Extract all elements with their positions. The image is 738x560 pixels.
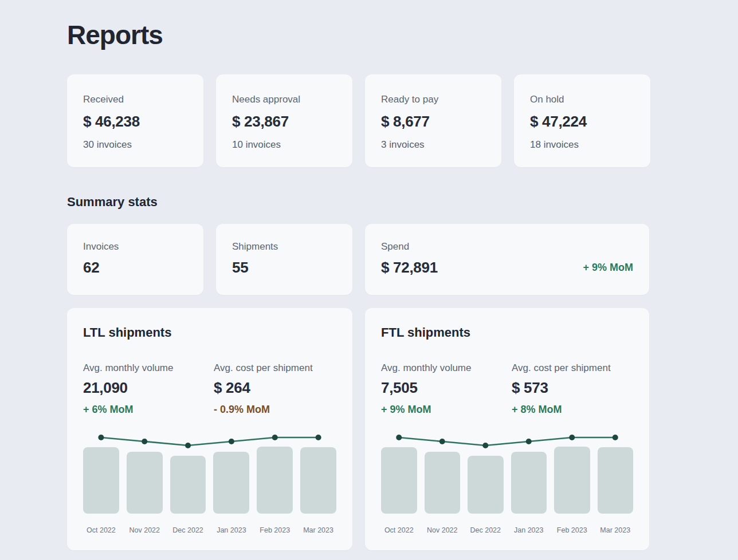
trend-point-dot xyxy=(526,439,532,444)
volume-bar xyxy=(83,447,119,514)
invoice-status-row: Received $ 46,238 30 invoices Needs appr… xyxy=(67,74,738,167)
ltl-shipments-card: LTL shipments Avg. monthly volume 21,090… xyxy=(67,308,352,550)
volume-bar xyxy=(598,447,634,514)
chart-card-title: LTL shipments xyxy=(83,325,336,340)
stat-value: $ 264 xyxy=(214,379,336,397)
trend-point-dot xyxy=(316,435,321,440)
spend-value-row: $ 72,891 + 9% MoM xyxy=(381,259,633,277)
stat-mom-delta: - 0.9% MoM xyxy=(214,404,336,416)
x-axis-label: Nov 2022 xyxy=(425,526,461,534)
ltl-stats: Avg. monthly volume 21,090 + 6% MoM Avg.… xyxy=(83,362,336,416)
stat-mom-delta: + 9% MoM xyxy=(381,404,512,416)
ltl-avg-volume-stat: Avg. monthly volume 21,090 + 6% MoM xyxy=(83,362,214,416)
trend-point-dot xyxy=(98,435,104,440)
volume-bar xyxy=(468,456,504,514)
volume-bars xyxy=(83,445,336,514)
status-card-count: 30 invoices xyxy=(83,139,187,151)
ftl-avg-volume-stat: Avg. monthly volume 7,505 + 9% MoM xyxy=(381,362,512,416)
trend-line-chart xyxy=(381,425,633,451)
spend-mom-delta: + 9% MoM xyxy=(583,262,633,274)
volume-bar xyxy=(381,447,417,514)
status-card-label: Needs approval xyxy=(232,94,336,105)
trend-point-dot xyxy=(439,439,445,444)
volume-bar xyxy=(300,447,336,514)
trend-point-dot xyxy=(229,439,234,444)
x-axis-label: Feb 2023 xyxy=(554,526,590,534)
volume-bar xyxy=(425,452,461,514)
x-axis-label: Dec 2022 xyxy=(468,526,504,534)
stat-value: 21,090 xyxy=(83,379,214,397)
ftl-stats: Avg. monthly volume 7,505 + 9% MoM Avg. … xyxy=(381,362,633,416)
x-axis-labels: Oct 2022Nov 2022Dec 2022Jan 2023Feb 2023… xyxy=(83,526,336,534)
volume-bar xyxy=(554,447,590,514)
x-axis-label: Jan 2023 xyxy=(511,526,547,534)
ftl-shipments-card: FTL shipments Avg. monthly volume 7,505 … xyxy=(365,308,649,550)
shipment-charts-row: LTL shipments Avg. monthly volume 21,090… xyxy=(67,308,738,550)
ftl-bar-line-chart: Oct 2022Nov 2022Dec 2022Jan 2023Feb 2023… xyxy=(381,425,633,538)
status-card-label: Ready to pay xyxy=(381,94,485,105)
trend-point-dot xyxy=(185,443,191,448)
ftl-avg-cost-stat: Avg. cost per shipment $ 573 + 8% MoM xyxy=(512,362,633,416)
status-card-count: 18 invoices xyxy=(530,139,634,151)
summary-card-spend: Spend $ 72,891 + 9% MoM xyxy=(365,224,649,295)
summary-stats-row: Invoices 62 Shipments 55 Spend $ 72,891 … xyxy=(67,224,738,295)
stat-label: Avg. monthly volume xyxy=(83,362,214,374)
x-axis-label: Oct 2022 xyxy=(381,526,417,534)
ltl-bar-line-chart: Oct 2022Nov 2022Dec 2022Jan 2023Feb 2023… xyxy=(83,425,336,538)
status-card-needs-approval[interactable]: Needs approval $ 23,867 10 invoices xyxy=(216,74,352,167)
volume-bar xyxy=(170,456,206,514)
stat-value: 7,505 xyxy=(381,379,512,397)
status-card-count: 10 invoices xyxy=(232,139,336,151)
trend-point-dot xyxy=(142,439,147,444)
status-card-label: On hold xyxy=(530,94,634,105)
summary-card-label: Shipments xyxy=(232,241,336,253)
volume-bar xyxy=(127,452,163,514)
trend-point-dot xyxy=(569,435,575,440)
trend-line-path xyxy=(399,437,615,445)
volume-bar xyxy=(213,452,249,514)
x-axis-label: Feb 2023 xyxy=(257,526,293,534)
volume-bar xyxy=(511,452,547,514)
x-axis-label: Oct 2022 xyxy=(83,526,119,534)
x-axis-label: Mar 2023 xyxy=(598,526,634,534)
x-axis-label: Jan 2023 xyxy=(213,526,249,534)
trend-point-dot xyxy=(396,435,402,440)
chart-card-title: FTL shipments xyxy=(381,325,633,340)
stat-label: Avg. cost per shipment xyxy=(512,362,633,374)
reports-page: Reports Received $ 46,238 30 invoices Ne… xyxy=(0,0,738,550)
status-card-on-hold[interactable]: On hold $ 47,224 18 invoices xyxy=(514,74,650,167)
x-axis-label: Mar 2023 xyxy=(300,526,336,534)
trend-line-chart xyxy=(83,425,336,451)
volume-bars xyxy=(381,445,633,514)
summary-card-value: 55 xyxy=(232,259,336,277)
status-card-amount: $ 23,867 xyxy=(232,113,336,131)
status-card-received[interactable]: Received $ 46,238 30 invoices xyxy=(67,74,203,167)
status-card-amount: $ 8,677 xyxy=(381,113,485,131)
summary-card-value: 62 xyxy=(83,259,187,277)
page-title: Reports xyxy=(67,19,738,50)
stat-label: Avg. cost per shipment xyxy=(214,362,336,374)
x-axis-label: Dec 2022 xyxy=(170,526,206,534)
status-card-count: 3 invoices xyxy=(381,139,485,151)
trend-line-path xyxy=(101,437,318,445)
summary-stats-heading: Summary stats xyxy=(67,195,738,210)
stat-mom-delta: + 8% MoM xyxy=(512,404,633,416)
summary-card-shipments: Shipments 55 xyxy=(216,224,352,295)
stat-value: $ 573 xyxy=(512,379,633,397)
summary-card-label: Invoices xyxy=(83,241,187,253)
trend-point-dot xyxy=(482,443,488,448)
trend-point-dot xyxy=(272,435,278,440)
trend-point-dot xyxy=(613,435,618,440)
summary-card-invoices: Invoices 62 xyxy=(67,224,203,295)
status-card-label: Received xyxy=(83,94,187,105)
summary-card-value: $ 72,891 xyxy=(381,259,438,277)
status-card-amount: $ 47,224 xyxy=(530,113,634,131)
volume-bar xyxy=(257,447,293,514)
stat-mom-delta: + 6% MoM xyxy=(83,404,214,416)
summary-card-label: Spend xyxy=(381,241,633,253)
stat-label: Avg. monthly volume xyxy=(381,362,512,374)
status-card-ready-to-pay[interactable]: Ready to pay $ 8,677 3 invoices xyxy=(365,74,501,167)
x-axis-label: Nov 2022 xyxy=(127,526,163,534)
x-axis-labels: Oct 2022Nov 2022Dec 2022Jan 2023Feb 2023… xyxy=(381,526,633,534)
status-card-amount: $ 46,238 xyxy=(83,113,187,131)
